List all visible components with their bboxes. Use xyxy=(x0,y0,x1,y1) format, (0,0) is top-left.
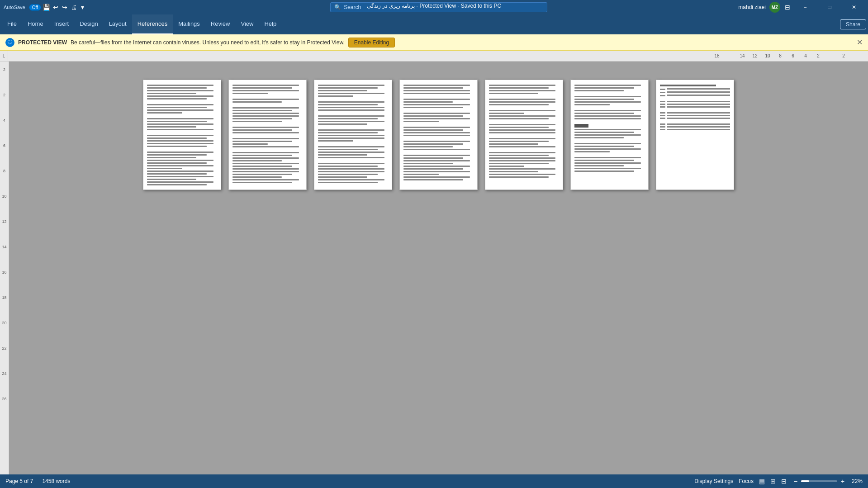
vruler-8: 8 xyxy=(3,165,5,177)
page-4-content xyxy=(403,85,474,180)
autosave-toggle[interactable]: Off xyxy=(29,4,41,11)
status-bar: Page 5 of 7 1458 words Display Settings … xyxy=(0,474,868,488)
page-3-content xyxy=(318,85,388,183)
ruler-corner: L xyxy=(0,51,8,61)
ruler-num-2: 2 xyxy=(812,53,825,58)
vruler-6: 6 xyxy=(3,139,5,152)
search-placeholder: Search xyxy=(344,4,361,10)
vruler-12: 12 xyxy=(2,215,6,228)
restore-button[interactable]: □ xyxy=(819,0,840,14)
ruler-num-14: 14 xyxy=(736,53,749,58)
undo-icon[interactable]: ↩ xyxy=(52,4,59,11)
close-button[interactable]: ✕ xyxy=(844,0,864,14)
banner-message: Be careful—files from the Internet can c… xyxy=(71,39,345,46)
vruler-22: 22 xyxy=(2,342,6,355)
redo-icon[interactable]: ↪ xyxy=(61,4,68,11)
tab-insert[interactable]: Insert xyxy=(49,14,75,34)
print-icon[interactable]: 🖨 xyxy=(70,4,77,11)
zoom-slider-fill xyxy=(801,480,809,482)
ribbon-display-icon[interactable]: ⊟ xyxy=(784,4,791,11)
vruler-2b: 2 xyxy=(3,89,5,101)
user-name: mahdi ziaei xyxy=(738,4,766,10)
tab-file[interactable]: File xyxy=(2,14,22,34)
ruler-num-r2: 2 xyxy=(837,53,850,58)
vruler-14: 14 xyxy=(2,241,6,253)
document-canvas[interactable] xyxy=(9,62,868,474)
page-1[interactable] xyxy=(143,80,221,190)
page-5[interactable] xyxy=(485,80,563,190)
minimize-button[interactable]: − xyxy=(795,0,816,14)
page-2-content xyxy=(232,85,303,183)
title-bar: AutoSave Off 💾 ↩ ↪ 🖨 ▾ 🔍 Search برنامه ر… xyxy=(0,0,868,14)
ruler-num-10: 10 xyxy=(761,53,774,58)
page-7-content xyxy=(660,85,730,130)
zoom-out-button[interactable]: − xyxy=(792,478,799,485)
ruler-num-8: 8 xyxy=(774,53,787,58)
enable-editing-button[interactable]: Enable Editing xyxy=(348,38,395,47)
ruler-numbers: 18 14 12 10 8 6 4 2 2 xyxy=(8,53,868,58)
vruler-24: 24 xyxy=(2,367,6,380)
tab-references[interactable]: References xyxy=(132,14,173,34)
page-5-content xyxy=(489,85,559,178)
share-button[interactable]: Share xyxy=(840,19,866,29)
read-mode-view-icon[interactable]: ⊟ xyxy=(781,478,787,485)
pages-row xyxy=(143,80,734,190)
page-7[interactable] xyxy=(656,80,734,190)
page-3[interactable] xyxy=(314,80,392,190)
zoom-in-button[interactable]: + xyxy=(839,478,846,485)
shield-icon: 🛡 xyxy=(5,38,14,47)
vertical-ruler: 2 2 4 6 8 10 12 14 16 18 20 22 24 26 xyxy=(0,62,9,474)
vruler-18: 18 xyxy=(2,291,6,304)
vruler-26: 26 xyxy=(2,393,6,405)
search-box[interactable]: 🔍 Search xyxy=(330,2,547,12)
vruler-10: 10 xyxy=(2,190,6,203)
content-area: 2 2 4 6 8 10 12 14 16 18 20 22 24 26 xyxy=(0,62,868,474)
display-settings[interactable]: Display Settings xyxy=(694,478,733,484)
customize-icon[interactable]: ▾ xyxy=(79,4,86,11)
search-icon: 🔍 xyxy=(334,4,341,10)
vruler-20: 20 xyxy=(2,317,6,329)
tab-design[interactable]: Design xyxy=(74,14,103,34)
vruler-4: 4 xyxy=(3,114,5,127)
zoom-slider[interactable] xyxy=(801,480,837,482)
title-bar-right: mahdi ziaei MZ ⊟ − □ ✕ xyxy=(738,0,864,14)
tab-review[interactable]: Review xyxy=(205,14,236,34)
save-icon[interactable]: 💾 xyxy=(43,4,50,11)
page-info: Page 5 of 7 xyxy=(5,478,33,484)
word-count: 1458 words xyxy=(42,478,70,484)
zoom-controls: − + xyxy=(792,478,846,485)
ribbon: File Home Insert Design Layout Reference… xyxy=(0,14,868,34)
title-bar-left: AutoSave Off 💾 ↩ ↪ 🖨 ▾ xyxy=(4,4,139,11)
tab-view[interactable]: View xyxy=(235,14,259,34)
title-center: 🔍 Search xyxy=(139,2,738,12)
banner-title: PROTECTED VIEW xyxy=(18,39,67,46)
vruler-2: 2 xyxy=(3,63,5,76)
banner-close-icon[interactable]: ✕ xyxy=(857,38,863,47)
vruler-16: 16 xyxy=(2,266,6,279)
ruler-num-6: 6 xyxy=(787,53,799,58)
protected-view-banner: 🛡 PROTECTED VIEW Be careful—files from t… xyxy=(0,34,868,51)
statusbar-right: Display Settings Focus ▤ ⊞ ⊟ − + 22% xyxy=(694,478,863,485)
user-avatar[interactable]: MZ xyxy=(769,2,780,13)
zoom-level: 22% xyxy=(852,478,863,484)
page-4[interactable] xyxy=(399,80,478,190)
page-2[interactable] xyxy=(228,80,307,190)
ribbon-right: Share xyxy=(840,19,866,29)
page-6[interactable] xyxy=(570,80,649,190)
horizontal-ruler: L 18 14 12 10 8 6 4 2 2 xyxy=(0,51,868,62)
section-heading xyxy=(574,124,588,128)
tab-mailings[interactable]: Mailings xyxy=(173,14,205,34)
focus-mode[interactable]: Focus xyxy=(739,478,754,484)
ruler-num-18: 18 xyxy=(711,53,723,58)
tab-layout[interactable]: Layout xyxy=(104,14,132,34)
page-1-content xyxy=(147,85,217,185)
ruler-num-12: 12 xyxy=(749,53,761,58)
print-layout-view-icon[interactable]: ▤ xyxy=(759,478,765,485)
page-6-content xyxy=(574,85,645,172)
ruler-num-4: 4 xyxy=(799,53,812,58)
tab-home[interactable]: Home xyxy=(22,14,49,34)
web-layout-view-icon[interactable]: ⊞ xyxy=(770,478,776,485)
autosave-label: AutoSave xyxy=(4,5,25,10)
tab-help[interactable]: Help xyxy=(259,14,282,34)
